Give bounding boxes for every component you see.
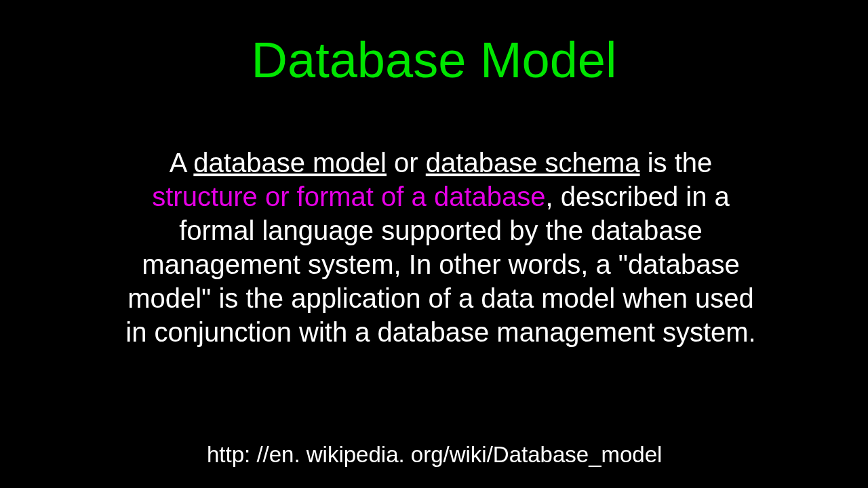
slide-body: A database model or database schema is t… bbox=[119, 146, 763, 349]
slide-title: Database Model bbox=[0, 31, 868, 89]
source-url: http: //en. wikipedia. org/wiki/Database… bbox=[207, 442, 662, 468]
body-text-3: is the bbox=[640, 148, 713, 178]
term-database-model: database model bbox=[193, 148, 387, 178]
slide: Database Model A database model or datab… bbox=[0, 0, 868, 488]
term-database-schema: database schema bbox=[426, 148, 640, 178]
body-text-1: A bbox=[170, 148, 194, 178]
highlight-structure: structure or format of a database bbox=[152, 182, 545, 211]
body-text-2: or bbox=[387, 148, 426, 178]
